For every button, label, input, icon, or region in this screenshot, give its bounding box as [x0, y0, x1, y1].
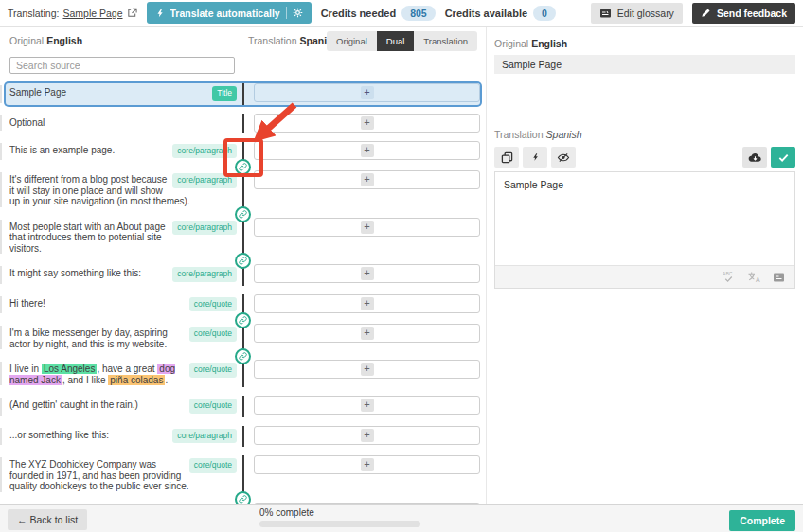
hide-preview-button[interactable] [551, 147, 576, 168]
translation-textarea[interactable]: Sample Page [495, 172, 794, 265]
translating-page-link[interactable]: Sample Page [62, 8, 122, 19]
button-divider [286, 7, 287, 19]
plus-icon: + [361, 458, 374, 471]
credits-needed: Credits needed 805 [321, 6, 436, 21]
segment-source-text: core/quote I'm a bike messenger by day, … [6, 324, 242, 351]
add-translation-button[interactable]: + [254, 170, 480, 189]
settings-gear-icon[interactable] [293, 8, 303, 18]
external-link-icon[interactable] [127, 8, 137, 18]
segment-type-badge: core/quote [189, 327, 237, 342]
search-input[interactable] [9, 57, 235, 74]
fetch-translation-button[interactable] [742, 147, 767, 168]
eye-off-icon [557, 151, 570, 164]
segment-type-badge: core/quote [189, 363, 237, 378]
merge-link-icon[interactable] [235, 312, 251, 328]
segment-row[interactable]: core/paragraph ...or something like this… [6, 426, 480, 448]
segment-translation-cell: + [244, 396, 480, 417]
edit-glossary-button[interactable]: Edit glossary [591, 3, 683, 24]
merge-link-icon[interactable] [235, 159, 251, 175]
editor-header: OriginalEnglish TranslationSpanish Origi… [0, 27, 486, 51]
add-translation-button[interactable]: + [254, 455, 480, 474]
add-translation-button[interactable]: + [254, 396, 480, 415]
svg-text:ABC: ABC [723, 271, 733, 276]
add-translation-button[interactable]: + [254, 141, 480, 160]
add-translation-button[interactable]: + [254, 264, 480, 283]
add-translation-button[interactable]: + [254, 294, 480, 313]
segment-source-text: core/paragraph This is an example page. [6, 141, 242, 163]
segment-source-text: core/paragraph It might say something li… [6, 264, 242, 286]
machine-translate-button[interactable] [523, 147, 547, 168]
save-translation-button[interactable] [771, 147, 795, 168]
glossary-icon[interactable] [773, 272, 785, 283]
send-feedback-label: Send feedback [717, 8, 787, 19]
original-language-value: English [46, 35, 82, 46]
original-language-label: OriginalEnglish [9, 35, 82, 46]
panel-translation-label: TranslationSpanish [494, 129, 795, 140]
add-translation-button[interactable]: + [254, 83, 480, 102]
plus-icon: + [361, 221, 374, 234]
segment-translation-cell: + [244, 294, 480, 316]
segment-source-text: Title Sample Page [6, 83, 242, 105]
segment-list: Title Sample Page + Optional + core/para… [6, 83, 480, 504]
check-icon [777, 151, 790, 164]
lightning-icon [531, 151, 540, 163]
segment-row[interactable]: core/paragraph This is an example page. … [6, 141, 480, 163]
segment-translation-cell: + [244, 426, 480, 448]
segment-type-badge: core/paragraph [172, 221, 237, 236]
credits-available-label: Credits available [445, 8, 527, 19]
send-feedback-button[interactable]: Send feedback [692, 3, 795, 24]
translating-label: Translating: [8, 8, 59, 19]
translation-editor-app: Translating: Sample Page Translate autom… [0, 0, 803, 532]
segment-row[interactable]: Title Sample Page + [6, 83, 480, 105]
spellcheck-icon[interactable]: ABC [722, 271, 736, 283]
glossary-icon [599, 8, 612, 19]
segment-type-badge: core/quote [189, 297, 237, 312]
add-translation-button[interactable]: + [254, 360, 480, 379]
segment-translation-cell: + [244, 455, 480, 494]
add-translation-button[interactable]: + [254, 426, 480, 445]
segment-row[interactable]: Optional + [6, 114, 480, 133]
pencil-icon [701, 8, 711, 18]
credits-available: Credits available 0 [445, 6, 556, 21]
view-mode-original[interactable]: Original [327, 31, 377, 51]
progress-group: 0% complete [259, 507, 420, 527]
segment-type-badge: core/quote [189, 458, 237, 473]
translation-language-label: TranslationSpanish [248, 35, 338, 46]
translate-automatically-button[interactable]: Translate automatically [147, 2, 312, 24]
merge-link-icon[interactable] [235, 206, 251, 222]
segment-translation-cell: + [244, 114, 480, 133]
panel-translation-language: Spanish [546, 129, 582, 140]
segment-source-text: core/paragraph Most people start with an… [6, 218, 242, 257]
merge-link-icon[interactable] [235, 348, 251, 364]
segment-detail-panel: OriginalEnglish Sample Page TranslationS… [494, 27, 795, 289]
segment-row[interactable]: core/paragraph It's different from a blo… [6, 170, 480, 209]
credits-needed-label: Credits needed [321, 8, 396, 19]
original-text-box: Sample Page [494, 55, 795, 74]
merge-link-icon[interactable] [235, 253, 251, 269]
segment-row[interactable]: core/quote (And gettin' caught in the ra… [6, 396, 480, 417]
view-mode-translation[interactable]: Translation [414, 31, 477, 51]
translate-language-icon[interactable]: A [747, 271, 761, 283]
progress-text: 0% complete [259, 507, 420, 518]
svg-text:A: A [756, 276, 760, 283]
copy-source-button[interactable] [494, 147, 519, 168]
back-to-list-button[interactable]: ← Back to list [8, 509, 87, 530]
segment-type-badge: core/paragraph [172, 267, 237, 282]
add-translation-button[interactable]: + [254, 218, 480, 237]
highlighted-term: piña coladas [108, 375, 165, 385]
view-mode-toggle: OriginalDualTranslation [327, 31, 477, 51]
merge-link-icon[interactable] [235, 491, 251, 505]
segment-row[interactable]: core/quote Hi there! + [6, 294, 480, 316]
view-mode-dual[interactable]: Dual [377, 31, 415, 51]
add-translation-button[interactable]: + [254, 324, 480, 343]
complete-button[interactable]: Complete [729, 510, 795, 531]
segment-type-badge: core/quote [189, 399, 237, 414]
segment-translation-cell: + [244, 218, 480, 257]
plus-icon: + [361, 363, 374, 376]
plus-icon: + [361, 297, 374, 310]
segment-translation-cell: + [244, 141, 480, 163]
segment-row[interactable]: core/quote The XYZ Doohickey Company was… [6, 455, 480, 494]
segment-source-text: core/quote The XYZ Doohickey Company was… [6, 455, 242, 494]
add-translation-button[interactable]: + [254, 114, 480, 133]
segment-row[interactable]: core/paragraph Most people start with an… [6, 218, 480, 257]
